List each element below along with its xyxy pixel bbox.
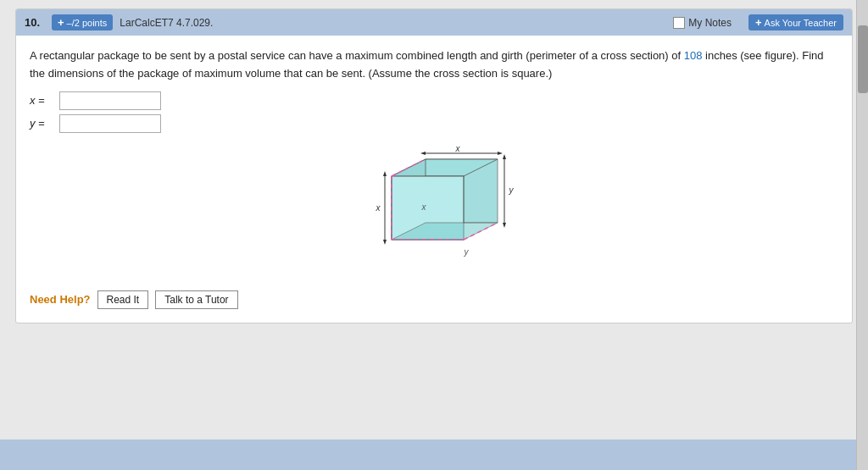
svg-text:y: y [464,247,470,257]
svg-marker-11 [498,152,503,155]
highlight-number: 108 [684,49,703,62]
problem-id: LarCalcET7 4.7.029. [120,17,213,29]
x-label: x = [30,94,55,107]
ask-teacher-button[interactable]: + Ask Your Teacher [748,14,843,30]
y-input-row: y = [30,114,838,133]
figure-area: x y x y x [30,147,838,274]
box-figure: x y x y x [341,147,527,274]
my-notes-area: My Notes [673,17,732,29]
svg-marker-15 [503,223,506,228]
ask-teacher-plus-icon: + [755,16,762,29]
bottom-bar [0,440,868,470]
problem-text-1: A rectangular package to be sent by a po… [30,49,684,62]
x-input-row: x = [30,91,838,110]
scrollbar-thumb[interactable] [858,25,868,93]
my-notes-label: My Notes [688,17,732,29]
svg-text:x: x [376,203,381,213]
question-header: 10. + –/2 points LarCalcET7 4.7.029. My … [16,9,852,36]
svg-marker-14 [503,154,506,159]
need-help-label: Need Help? [30,293,91,306]
main-content: 10. + –/2 points LarCalcET7 4.7.029. My … [0,0,868,440]
page-wrapper: 10. + –/2 points LarCalcET7 4.7.029. My … [0,0,868,470]
svg-text:x: x [455,147,461,153]
svg-marker-20 [383,171,387,176]
y-label: y = [30,117,55,130]
svg-text:x: x [421,202,427,212]
need-help-row: Need Help? Read It Talk to a Tutor [30,290,838,309]
scrollbar[interactable] [856,0,868,470]
y-input[interactable] [59,114,161,133]
read-it-button[interactable]: Read It [97,290,149,309]
plus-icon: + [58,16,64,29]
question-body: A rectangular package to be sent by a po… [16,36,852,323]
points-label: –/2 points [67,18,108,28]
question-card: 10. + –/2 points LarCalcET7 4.7.029. My … [15,8,853,323]
points-button[interactable]: + –/2 points [52,14,113,30]
svg-marker-10 [420,152,426,155]
ask-teacher-label: Ask Your Teacher [765,18,837,28]
svg-text:y: y [509,185,515,195]
my-notes-checkbox[interactable] [673,17,685,29]
svg-marker-21 [383,240,387,245]
problem-text: A rectangular package to be sent by a po… [30,47,838,83]
x-input[interactable] [59,91,161,110]
question-number: 10. [25,16,45,29]
talk-to-tutor-button[interactable]: Talk to a Tutor [155,290,237,309]
